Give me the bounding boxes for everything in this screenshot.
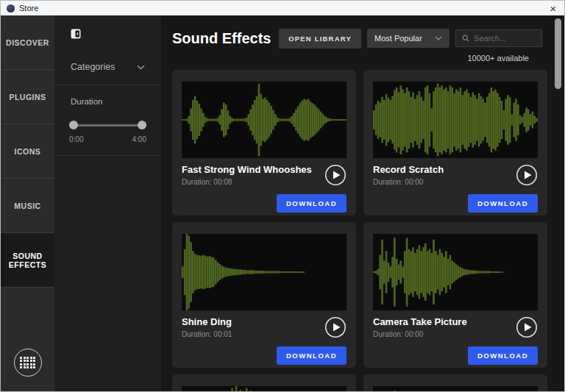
sound-title: Record Scratch [373, 164, 516, 175]
sound-card: Camera Take Picture Duration: 00:00 [363, 222, 547, 368]
search-box[interactable] [455, 29, 542, 47]
sidebar-item-label: PLUGINS [9, 93, 46, 101]
play-button[interactable] [324, 164, 347, 186]
sound-card [172, 374, 356, 391]
waveform-image [182, 82, 347, 158]
duration-min-handle[interactable] [69, 121, 78, 129]
sidebar-item-label: SOUND EFFECTS [5, 252, 50, 269]
sound-card: Record Scratch Duration: 00:00 [363, 70, 547, 215]
sidebar-item-icons[interactable]: ICONS [1, 124, 54, 179]
sort-value: Most Popular [374, 34, 422, 43]
sound-duration: Duration: 00:08 [182, 178, 324, 186]
waveform-image [373, 234, 538, 310]
section-divider [54, 155, 161, 156]
search-icon [462, 34, 469, 43]
play-icon [324, 164, 347, 186]
download-button[interactable]: DOWNLOAD [468, 194, 538, 213]
sidebar-item-music[interactable]: MUSIC [1, 179, 54, 233]
chevron-down-icon [137, 65, 145, 70]
main-area: Sound Effects OPEN LIBRARY Most Popular [161, 15, 564, 391]
sidebar-item-plugins[interactable]: PLUGINS [1, 70, 54, 124]
play-icon [516, 164, 538, 186]
waveform-image [182, 386, 347, 391]
download-button[interactable]: DOWNLOAD [277, 194, 347, 213]
sound-duration: Duration: 00:01 [182, 330, 324, 338]
grid-dots-icon [20, 357, 35, 369]
store-window: Store × DISCOVER PLUGINS ICONS MUSIC SOU… [0, 0, 565, 392]
waveform-image [373, 82, 538, 158]
play-icon [324, 316, 347, 338]
store-logo-icon [7, 4, 15, 13]
duration-slider[interactable] [71, 121, 145, 129]
sound-card: Fast Strong Wind Whooshes Duration: 00:0… [172, 70, 356, 215]
sound-duration: Duration: 00:00 [373, 330, 516, 338]
play-button[interactable] [516, 316, 538, 338]
sound-card [363, 374, 547, 391]
sound-title: Fast Strong Wind Whooshes [182, 164, 324, 175]
categories-header[interactable]: Categories [54, 60, 161, 74]
close-icon[interactable]: × [547, 3, 558, 14]
app-body: DISCOVER PLUGINS ICONS MUSIC SOUND EFFEC… [1, 15, 564, 391]
sound-title: Shine Ding [182, 316, 324, 327]
duration-max-label: 4:00 [132, 135, 146, 143]
waveform-image [182, 234, 347, 310]
slider-track[interactable] [71, 124, 145, 126]
download-button[interactable]: DOWNLOAD [468, 346, 538, 365]
apps-grid-button[interactable] [14, 349, 42, 377]
waveform-image [373, 386, 538, 391]
nav-sidebar: DISCOVER PLUGINS ICONS MUSIC SOUND EFFEC… [1, 15, 54, 391]
sidebar-item-discover[interactable]: DISCOVER [1, 15, 54, 70]
download-button[interactable]: DOWNLOAD [277, 346, 347, 365]
sidebar-item-label: DISCOVER [6, 38, 49, 47]
sound-card: Shine Ding Duration: 00:01 [172, 222, 356, 368]
play-button[interactable] [324, 316, 347, 338]
chevron-down-icon [435, 36, 442, 40]
sort-dropdown[interactable]: Most Popular [367, 29, 449, 48]
window-titlebar[interactable]: Store × [1, 1, 564, 15]
scrollbar-thumb[interactable] [555, 18, 561, 89]
duration-min-label: 0:00 [69, 135, 83, 143]
duration-label: Duration [54, 85, 161, 106]
categories-label: Categories [71, 62, 115, 72]
play-button[interactable] [516, 164, 538, 186]
sidebar-item-sound-effects[interactable]: SOUND EFFECTS [1, 233, 54, 288]
duration-max-handle[interactable] [138, 121, 146, 129]
collapse-sidebar-button[interactable] [71, 29, 82, 42]
open-library-button[interactable]: OPEN LIBRARY [279, 29, 361, 49]
cards-grid: Fast Strong Wind Whooshes Duration: 00:0… [172, 70, 547, 391]
sidebar-item-label: MUSIC [14, 202, 40, 210]
nav-spacer [1, 288, 54, 349]
sidebar-item-label: ICONS [15, 147, 41, 156]
available-count: 10000+ available [172, 54, 547, 64]
collapse-sidebar-icon [71, 29, 82, 39]
window-title: Store [19, 4, 547, 13]
page-title: Sound Effects [172, 30, 279, 47]
play-icon [516, 316, 538, 338]
sound-title: Camera Take Picture [373, 316, 516, 327]
sound-duration: Duration: 00:00 [373, 178, 516, 186]
search-input[interactable] [474, 34, 536, 43]
filter-panel: Categories Duration 0:00 4:00 [54, 15, 161, 391]
